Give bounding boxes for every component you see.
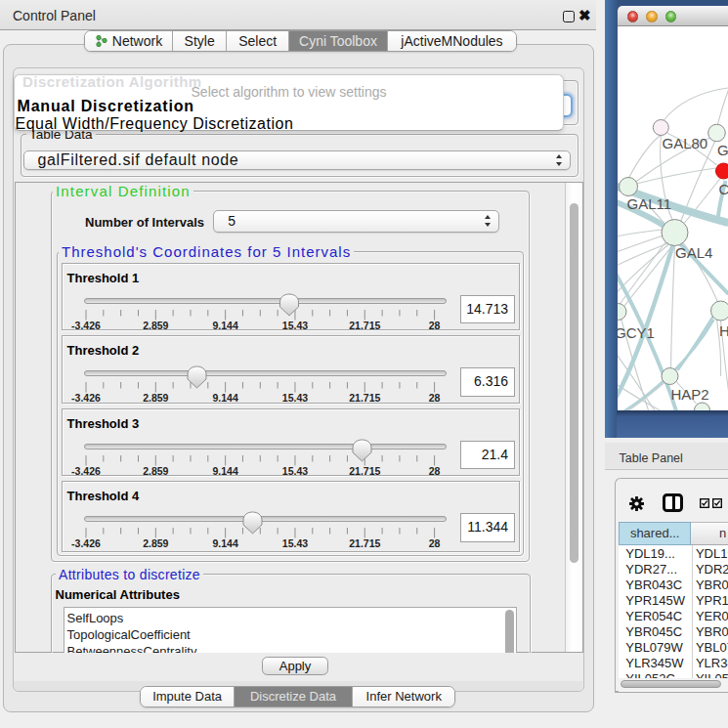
svg-text:21.715: 21.715 (349, 392, 380, 404)
svg-text:9.144: 9.144 (212, 537, 237, 549)
svg-text:2.859: 2.859 (143, 319, 168, 330)
svg-text:2.859: 2.859 (143, 392, 168, 404)
svg-text:C: C (718, 181, 728, 197)
svg-text:28: 28 (429, 464, 441, 476)
svg-text:21.715: 21.715 (349, 319, 380, 330)
svg-text:15.43: 15.43 (282, 392, 308, 404)
svg-text:-3.426: -3.426 (71, 319, 101, 330)
svg-text:-3.426: -3.426 (71, 464, 101, 476)
svg-text:GAL4: GAL4 (675, 244, 712, 261)
svg-text:H: H (719, 322, 728, 339)
svg-text:GAL80: GAL80 (662, 135, 707, 151)
svg-text:15.43: 15.43 (282, 319, 308, 330)
svg-text:15.43: 15.43 (282, 537, 308, 549)
svg-text:GAL11: GAL11 (626, 195, 671, 212)
svg-text:G.: G. (717, 142, 728, 158)
svg-text:-3.426: -3.426 (71, 392, 101, 404)
svg-text:-3.426: -3.426 (71, 537, 101, 549)
svg-text:28: 28 (429, 392, 441, 404)
svg-text:9.144: 9.144 (212, 392, 237, 404)
svg-text:9.144: 9.144 (212, 464, 237, 476)
svg-text:15.43: 15.43 (282, 464, 308, 476)
svg-text:GCY1: GCY1 (618, 324, 655, 341)
svg-text:HAP2: HAP2 (670, 386, 708, 403)
svg-text:2.859: 2.859 (143, 464, 168, 476)
svg-text:21.715: 21.715 (349, 464, 380, 476)
svg-text:21.715: 21.715 (349, 537, 380, 549)
svg-text:2.859: 2.859 (143, 537, 168, 549)
svg-text:28: 28 (429, 319, 441, 330)
svg-text:9.144: 9.144 (212, 319, 237, 330)
svg-text:28: 28 (429, 537, 441, 549)
